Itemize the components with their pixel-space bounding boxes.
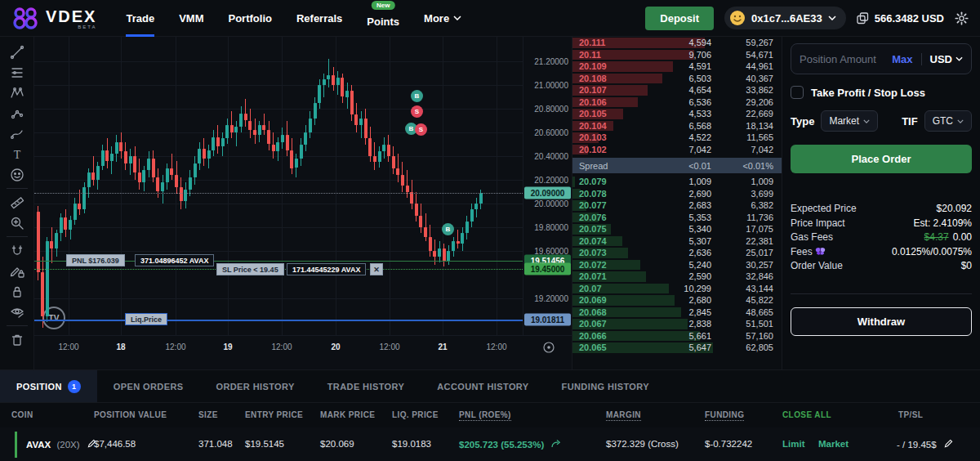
bid-row[interactable]: 20.0755,34017,075: [572, 223, 782, 235]
candle-wick: [172, 154, 172, 180]
buy-marker[interactable]: B: [411, 90, 423, 102]
column-header-pnl-roe-[interactable]: PNL (ROE%): [459, 410, 511, 421]
withdraw-button[interactable]: Withdraw: [791, 307, 972, 336]
ask-row[interactable]: 20.1066,53629,206: [572, 96, 782, 109]
column-header-margin[interactable]: MARGIN: [606, 410, 641, 421]
bid-row[interactable]: 20.0791,0091,009: [572, 176, 782, 188]
magnet-icon[interactable]: [5, 240, 29, 261]
share-pnl-icon[interactable]: [551, 439, 562, 448]
scroll-to-realtime-icon[interactable]: [542, 341, 555, 354]
bid-row[interactable]: 20.0725,24030,257: [572, 259, 782, 271]
edit-tp-sl-icon[interactable]: [944, 439, 953, 448]
bid-row[interactable]: 20.0732,63625,017: [572, 247, 782, 259]
delete-drawings-icon[interactable]: [5, 329, 29, 350]
zoom-in-icon[interactable]: [5, 213, 29, 233]
position-amount-input[interactable]: [800, 53, 884, 65]
bid-row[interactable]: 20.0772,6836,382: [572, 199, 782, 212]
hide-drawings-icon[interactable]: [5, 302, 29, 322]
close-market-button[interactable]: Market: [818, 439, 849, 449]
tp-sl-checkbox-row[interactable]: Take Profit / Stop Loss: [791, 86, 972, 99]
nav-item-trade[interactable]: Trade: [126, 0, 154, 37]
bid-row[interactable]: 20.0655,64762,805: [572, 342, 782, 354]
candle: [424, 227, 427, 237]
ask-price: 20.108: [572, 74, 630, 83]
ruler-icon[interactable]: [5, 192, 29, 213]
nav-item-portfolio[interactable]: Portfolio: [229, 0, 272, 37]
wallet-menu[interactable]: 0x1c7...6AE33: [724, 7, 846, 29]
place-order-button[interactable]: Place Order: [791, 145, 972, 173]
sell-marker[interactable]: S: [415, 123, 427, 136]
bid-row[interactable]: 20.0692,68045,822: [572, 294, 782, 307]
lock-icon[interactable]: [5, 281, 29, 302]
tab-trade-history[interactable]: TRADE HISTORY: [311, 370, 421, 402]
order-type-select[interactable]: Market: [821, 110, 878, 132]
tp-sl-checkbox[interactable]: [791, 86, 804, 99]
chart-plot-area[interactable]: TV PNL $176.039371.04896452 AVAXSL Price…: [34, 37, 523, 335]
tab-funding-history[interactable]: FUNDING HISTORY: [546, 370, 666, 402]
grid-line: [390, 37, 390, 335]
trend-line-icon[interactable]: [5, 42, 29, 62]
bid-row[interactable]: 20.0665,66157,160: [572, 330, 782, 342]
order-book: 20.1114,59459,26720.119,70654,67120.1094…: [572, 37, 782, 369]
sell-marker[interactable]: S: [411, 105, 423, 118]
buy-marker[interactable]: B: [442, 223, 454, 235]
column-header-funding[interactable]: FUNDING: [705, 410, 744, 421]
brush-icon[interactable]: [5, 123, 29, 144]
fib-lines-icon[interactable]: [5, 62, 29, 83]
new-badge: New: [372, 1, 394, 10]
price-axis[interactable]: 21.2000021.0000020.8000020.6000020.40000…: [523, 37, 572, 335]
bid-row[interactable]: 20.0712,59032,846: [572, 271, 782, 283]
tab-order-history[interactable]: ORDER HISTORY: [199, 370, 310, 402]
deposit-button[interactable]: Deposit: [645, 7, 714, 30]
tab-open-orders[interactable]: OPEN ORDERS: [97, 370, 200, 402]
bid-row[interactable]: 20.0710,29943,144: [572, 283, 782, 295]
bid-row[interactable]: 20.0682,84548,665: [572, 307, 782, 319]
ask-row[interactable]: 20.1086,50340,367: [572, 73, 782, 85]
currency-select[interactable]: USD: [930, 53, 963, 65]
copy-icon[interactable]: [857, 12, 869, 25]
ask-row[interactable]: 20.119,70654,671: [572, 49, 782, 61]
ask-price: 20.105: [572, 109, 630, 119]
ask-row[interactable]: 20.1046,56818,134: [572, 120, 782, 132]
coin-name: AVAX: [26, 440, 51, 450]
ask-row[interactable]: 20.1027,0427,042: [572, 144, 782, 156]
nav-item-referrals[interactable]: Referrals: [296, 0, 342, 37]
order-size: 2,590: [630, 271, 711, 281]
candle: [406, 186, 409, 191]
gear-icon[interactable]: [955, 11, 969, 25]
tab-account-history[interactable]: ACCOUNT HISTORY: [421, 370, 545, 402]
xabcd-pattern-icon[interactable]: [5, 83, 29, 103]
draw-lock-icon[interactable]: [5, 261, 29, 281]
bid-row[interactable]: 20.0672,83851,501: [572, 318, 782, 330]
bid-row[interactable]: 20.0782,6903,699: [572, 188, 782, 200]
funding-cell: $-0.732242: [705, 439, 752, 449]
tab-label: OPEN ORDERS: [114, 382, 184, 392]
ask-row[interactable]: 20.1114,59459,267: [572, 37, 782, 49]
price-chart[interactable]: TV PNL $176.039371.04896452 AVAXSL Price…: [34, 37, 572, 369]
nav-item-more[interactable]: More: [424, 0, 461, 37]
candle: [373, 156, 376, 162]
position-amount-box: Max USD: [791, 43, 972, 74]
nav-item-vmm[interactable]: VMM: [179, 0, 203, 37]
nav-item-points[interactable]: PointsNew: [367, 0, 399, 37]
bid-row[interactable]: 20.0765,35311,736: [572, 212, 782, 224]
emoji-tool-icon[interactable]: [5, 164, 29, 185]
close-limit-button[interactable]: Limit: [782, 439, 804, 449]
ask-row[interactable]: 20.1074,65433,862: [572, 84, 782, 96]
forecast-icon[interactable]: [5, 103, 29, 123]
text-tool-icon[interactable]: T: [5, 144, 29, 164]
remove-stop-loss-button[interactable]: ✕: [370, 263, 383, 275]
max-button[interactable]: Max: [884, 53, 921, 65]
order-size: 2,838: [630, 319, 711, 329]
vdex-logo[interactable]: VDEX BETA: [11, 6, 96, 30]
column-header-close-all[interactable]: CLOSE ALL: [782, 410, 831, 419]
ask-row[interactable]: 20.1094,59144,961: [572, 60, 782, 73]
ask-row[interactable]: 20.1034,52211,565: [572, 132, 782, 144]
trade-panel: Max USD Take Profit / Stop Loss Type Mar…: [782, 37, 980, 369]
tab-position[interactable]: POSITION1: [0, 370, 97, 402]
candle: [479, 193, 483, 204]
bid-row[interactable]: 20.0745,30722,381: [572, 235, 782, 248]
time-axis[interactable]: 12:001812:001912:002012:002112:00: [34, 335, 572, 358]
ask-row[interactable]: 20.1054,53322,669: [572, 108, 782, 120]
tif-select[interactable]: GTC: [924, 110, 972, 132]
